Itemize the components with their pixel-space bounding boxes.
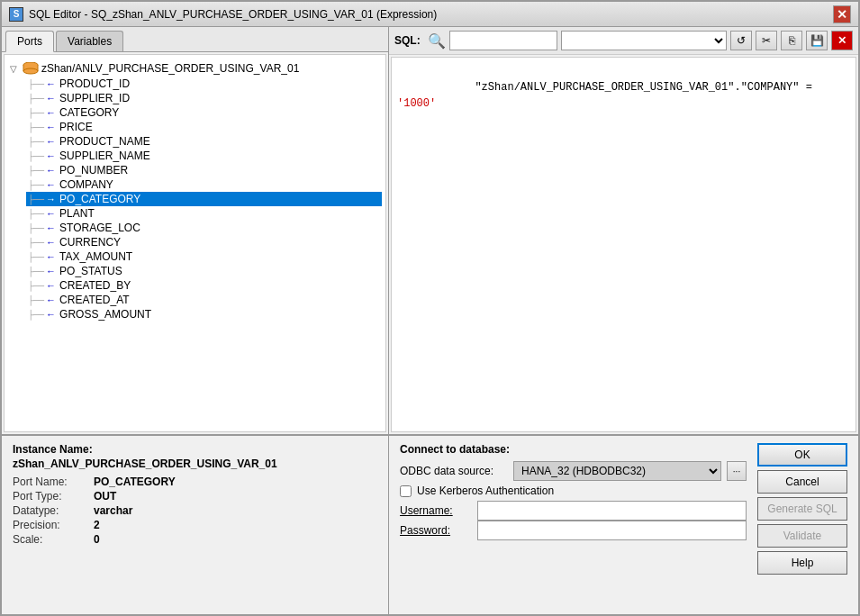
- kerberos-checkbox[interactable]: [400, 485, 412, 497]
- tree-root: ▽ zShan/ANLV_PURCHASE_ORDER_USING_VAR_01: [5, 59, 385, 323]
- tree-item[interactable]: ├── ← PRODUCT_ID: [26, 77, 382, 91]
- tree-item[interactable]: ├── ← PRODUCT_NAME: [26, 134, 382, 149]
- save-button[interactable]: 💾: [806, 31, 828, 50]
- instance-info-panel: Instance Name: zShan_ANLV_PURCHASE_ORDER…: [2, 436, 389, 614]
- port-arrow-icon: ←: [46, 309, 56, 320]
- connector-line: ├──: [28, 310, 44, 320]
- tree-item[interactable]: ├── ← PLANT: [26, 206, 382, 221]
- precision-row: Precision: 2: [13, 519, 377, 531]
- refresh-button[interactable]: ↺: [730, 31, 752, 50]
- port-name: SUPPLIER_NAME: [59, 149, 150, 162]
- scale-label: Scale:: [13, 533, 94, 546]
- port-name: SUPPLIER_ID: [59, 92, 130, 104]
- precision-label: Precision:: [13, 519, 94, 531]
- port-name: PO_NUMBER: [59, 164, 128, 177]
- sql-content: "zShan/ANLV_PURCHASE_ORDER_USING_VAR_01"…: [397, 81, 819, 110]
- port-name: CREATED_BY: [59, 279, 131, 292]
- connector-line: ├──: [28, 166, 44, 176]
- close-button[interactable]: ✕: [833, 5, 851, 23]
- title-bar-left: S SQL Editor - SQ_zShan_ANLV_PURCHASE_OR…: [9, 7, 437, 22]
- right-panel: SQL: 🔍 ↺ ✂ ⎘ 💾 ✕ "zShan/ANLV_PURCHASE_OR…: [389, 27, 858, 434]
- tree-item[interactable]: ├── ← GROSS_AMOUNT: [26, 307, 382, 322]
- connector-line: ├──: [28, 79, 44, 89]
- connector-line: ├──: [28, 209, 44, 219]
- tab-ports[interactable]: Ports: [5, 31, 54, 52]
- tree-item[interactable]: ├── ← COMPANY: [26, 177, 382, 192]
- port-arrow-icon: →: [46, 194, 56, 204]
- window-title: SQL Editor - SQ_zShan_ANLV_PURCHASE_ORDE…: [29, 8, 437, 21]
- connector-line: ├──: [28, 94, 44, 104]
- copy-button[interactable]: ⎘: [781, 31, 802, 50]
- precision-value: 2: [94, 519, 100, 531]
- svg-point-2: [23, 68, 38, 74]
- port-arrow-icon: ←: [46, 266, 56, 276]
- datatype-label: Datatype:: [13, 504, 94, 517]
- validate-button[interactable]: Validate: [757, 524, 847, 548]
- tree-item[interactable]: ├── ← CATEGORY: [26, 105, 382, 120]
- tree-item[interactable]: ├── → PO_CATEGORY: [26, 192, 382, 206]
- port-name: STORAGE_LOC: [59, 222, 140, 234]
- tabs-bar: Ports Variables: [2, 27, 388, 52]
- tab-variables[interactable]: Variables: [56, 31, 123, 51]
- datatype-value: varchar: [94, 504, 132, 517]
- clear-button[interactable]: ✕: [831, 31, 853, 50]
- instance-name: zShan_ANLV_PURCHASE_ORDER_USING_VAR_01: [13, 457, 377, 470]
- connector-line: ├──: [28, 108, 44, 118]
- port-name: PRODUCT_ID: [59, 77, 130, 90]
- generate-sql-button[interactable]: Generate SQL: [757, 497, 847, 521]
- expand-icon: ▽: [10, 64, 23, 74]
- port-name: GROSS_AMOUNT: [59, 308, 151, 321]
- tree-item[interactable]: ├── ← PO_NUMBER: [26, 163, 382, 177]
- port-type-value: OUT: [94, 490, 116, 503]
- help-button[interactable]: Help: [757, 551, 847, 575]
- tree-item[interactable]: ├── ← CREATED_AT: [26, 293, 382, 307]
- bottom-right-panel: Connect to database: ODBC data source: H…: [389, 436, 858, 614]
- username-input[interactable]: [477, 501, 747, 521]
- sql-editor-area[interactable]: "zShan/ANLV_PURCHASE_ORDER_USING_VAR_01"…: [391, 57, 856, 432]
- tree-root-item[interactable]: ▽ zShan/ANLV_PURCHASE_ORDER_USING_VAR_01: [8, 60, 382, 77]
- username-label: Username:: [400, 504, 472, 517]
- password-input[interactable]: [477, 521, 747, 540]
- connect-label: Connect to database:: [400, 443, 747, 456]
- sql-dropdown[interactable]: [561, 31, 727, 50]
- odbc-dropdown[interactable]: HANA_32 (HDBODBC32): [513, 461, 721, 481]
- sql-search-input[interactable]: [449, 31, 557, 50]
- tree-item[interactable]: ├── ← PRICE: [26, 120, 382, 134]
- port-name-row: Port Name: PO_CATEGORY: [13, 476, 377, 488]
- top-section: Ports Variables ▽: [2, 27, 858, 434]
- port-arrow-icon: ←: [46, 78, 56, 89]
- sql-toolbar: SQL: 🔍 ↺ ✂ ⎘ 💾 ✕: [389, 27, 858, 55]
- tree-item[interactable]: ├── ← STORAGE_LOC: [26, 221, 382, 235]
- tree-item[interactable]: ├── ← TAX_AMOUNT: [26, 249, 382, 264]
- kerberos-label: Use Kerberos Authentication: [417, 485, 554, 497]
- port-name: TAX_AMOUNT: [59, 250, 132, 263]
- tree-item[interactable]: ├── ← CURRENCY: [26, 235, 382, 249]
- tree-item[interactable]: ├── ← SUPPLIER_ID: [26, 91, 382, 105]
- connector-line: ├──: [28, 137, 44, 147]
- forms-section: Connect to database: ODBC data source: H…: [400, 443, 747, 575]
- tree-item[interactable]: ├── ← PO_STATUS: [26, 264, 382, 278]
- tree-item[interactable]: ├── ← SUPPLIER_NAME: [26, 149, 382, 163]
- kerberos-row: Use Kerberos Authentication: [400, 485, 747, 497]
- tree-children: ├── ← PRODUCT_ID├── ← SUPPLIER_ID├── ← C…: [26, 77, 382, 322]
- scale-value: 0: [94, 533, 100, 546]
- port-arrow-icon: ←: [46, 294, 56, 305]
- port-name: PO_CATEGORY: [59, 193, 140, 205]
- ok-button[interactable]: OK: [757, 443, 847, 467]
- tree-item[interactable]: ├── ← CREATED_BY: [26, 278, 382, 293]
- cut-button[interactable]: ✂: [756, 31, 777, 50]
- port-arrow-icon: ←: [46, 165, 56, 176]
- connector-line: ├──: [28, 252, 44, 262]
- port-arrow-icon: ←: [46, 107, 56, 118]
- tree-panel[interactable]: ▽ zShan/ANLV_PURCHASE_ORDER_USING_VAR_01: [4, 54, 386, 432]
- port-arrow-icon: ←: [46, 179, 56, 190]
- left-panel: Ports Variables ▽: [2, 27, 389, 434]
- connector-line: ├──: [28, 151, 44, 161]
- app-icon: S: [9, 7, 23, 22]
- odbc-label: ODBC data source:: [400, 465, 508, 477]
- port-arrow-icon: ←: [46, 150, 56, 161]
- odbc-browse-button[interactable]: ···: [727, 461, 747, 481]
- connector-line: ├──: [28, 195, 44, 204]
- datatype-row: Datatype: varchar: [13, 504, 377, 517]
- cancel-button[interactable]: Cancel: [757, 470, 847, 494]
